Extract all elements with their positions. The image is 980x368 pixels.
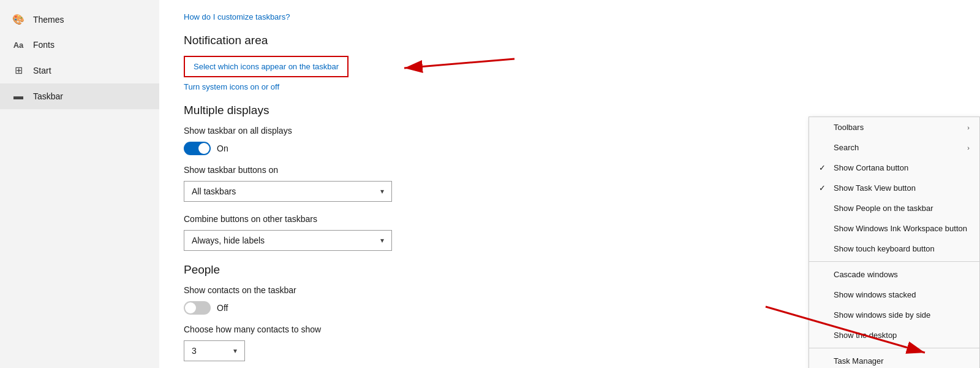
menu-item-label: Show windows stacked — [834, 290, 916, 299]
menu-item-label: Show Task View button — [834, 183, 916, 193]
combine-buttons-dropdown[interactable]: Always, hide labels ▾ — [184, 230, 392, 251]
sidebar-item-label: Start — [33, 66, 51, 75]
menu-item[interactable]: Show windows stacked — [809, 285, 979, 305]
menu-item-label: Toolbars — [834, 123, 864, 132]
sidebar-item-start[interactable]: ⊞ Start — [0, 57, 159, 83]
menu-item-inner: Show People on the taskbar — [819, 204, 933, 213]
menu-item[interactable]: Show People on the taskbar — [809, 198, 979, 218]
sidebar-item-label: Fonts — [33, 40, 55, 50]
show-contacts-toggle[interactable] — [184, 301, 211, 315]
contacts-count-dropdown[interactable]: 3 ▾ — [184, 340, 245, 361]
menu-item-inner: Search — [819, 143, 859, 152]
how-to-link[interactable]: How do I customize taskbars? — [184, 12, 956, 21]
menu-item-label: Cascade windows — [834, 270, 898, 279]
notification-area-title: Notification area — [184, 34, 956, 47]
context-menu: Toolbars›Search›✓Show Cortana button✓Sho… — [809, 117, 980, 368]
menu-item-inner: Toolbars — [819, 123, 864, 132]
taskbar-all-displays-toggle[interactable] — [184, 142, 211, 155]
menu-item-inner: ✓Show Cortana button — [819, 163, 908, 172]
contacts-count-value: 3 — [192, 346, 197, 356]
menu-item[interactable]: Show touch keyboard button — [809, 239, 979, 259]
fonts-icon: Aa — [12, 40, 24, 50]
menu-item-inner: Show windows stacked — [819, 290, 916, 299]
sidebar: 🎨 Themes Aa Fonts ⊞ Start ▬ Taskbar — [0, 0, 159, 368]
sidebar-item-fonts[interactable]: Aa Fonts — [0, 33, 159, 57]
sidebar-item-taskbar[interactable]: ▬ Taskbar — [0, 83, 159, 109]
menu-divider — [809, 348, 979, 348]
menu-item-inner: ✓Show Task View button — [819, 183, 916, 193]
toggle-off-label: Off — [217, 303, 228, 313]
menu-item-inner: Show touch keyboard button — [819, 244, 935, 253]
menu-divider — [809, 261, 979, 262]
menu-item[interactable]: ✓Show Task View button — [809, 178, 979, 198]
toggle-on-label: On — [217, 144, 228, 153]
chevron-down-icon3: ▾ — [233, 347, 237, 355]
chevron-right-icon: › — [967, 144, 970, 151]
menu-item-inner: Show windows side by side — [819, 310, 930, 320]
menu-item-inner: Task Manager — [819, 356, 884, 366]
menu-item-label: Show Cortana button — [834, 163, 908, 172]
taskbar-buttons-dropdown[interactable]: All taskbars ▾ — [184, 181, 392, 202]
menu-item-label: Show touch keyboard button — [834, 244, 935, 253]
menu-item[interactable]: ✓Show Cortana button — [809, 158, 979, 178]
menu-item[interactable]: Show the desktop — [809, 325, 979, 345]
menu-item-label: Show windows side by side — [834, 310, 930, 320]
sidebar-item-label: Taskbar — [33, 91, 63, 101]
menu-item-label: Show Windows Ink Workspace button — [834, 224, 967, 233]
start-icon: ⊞ — [12, 64, 24, 76]
menu-item[interactable]: Task Manager — [809, 351, 979, 368]
dropdown2-value: Always, hide labels — [192, 236, 265, 245]
check-icon: ✓ — [819, 163, 830, 172]
menu-item[interactable]: Show windows side by side — [809, 305, 979, 325]
menu-item-inner: Cascade windows — [819, 270, 898, 279]
dropdown1-value: All taskbars — [192, 186, 236, 196]
menu-item-inner: Show the desktop — [819, 331, 897, 340]
menu-item[interactable]: Show Windows Ink Workspace button — [809, 218, 979, 239]
multiple-displays-title: Multiple displays — [184, 104, 956, 117]
red-arrow-annotation — [386, 50, 521, 86]
chevron-down-icon2: ▾ — [380, 236, 384, 245]
turn-system-icons-link[interactable]: Turn system icons on or off — [184, 82, 956, 91]
menu-item[interactable]: Cascade windows — [809, 264, 979, 285]
themes-icon: 🎨 — [12, 13, 24, 25]
menu-item-label: Show the desktop — [834, 331, 897, 340]
sidebar-item-label: Themes — [33, 15, 64, 25]
chevron-right-icon: › — [967, 124, 970, 131]
menu-item-label: Show People on the taskbar — [834, 204, 933, 213]
svg-line-1 — [404, 59, 514, 68]
menu-item-label: Search — [834, 143, 859, 152]
taskbar-icon: ▬ — [12, 91, 24, 102]
chevron-down-icon: ▾ — [380, 187, 384, 196]
menu-item[interactable]: Search› — [809, 137, 979, 158]
menu-item-inner: Show Windows Ink Workspace button — [819, 224, 967, 233]
check-icon: ✓ — [819, 183, 830, 193]
sidebar-item-themes[interactable]: 🎨 Themes — [0, 6, 159, 33]
menu-item-label: Task Manager — [834, 356, 884, 366]
menu-item[interactable]: Toolbars› — [809, 117, 979, 137]
select-icons-link[interactable]: Select which icons appear on the taskbar — [184, 56, 349, 77]
